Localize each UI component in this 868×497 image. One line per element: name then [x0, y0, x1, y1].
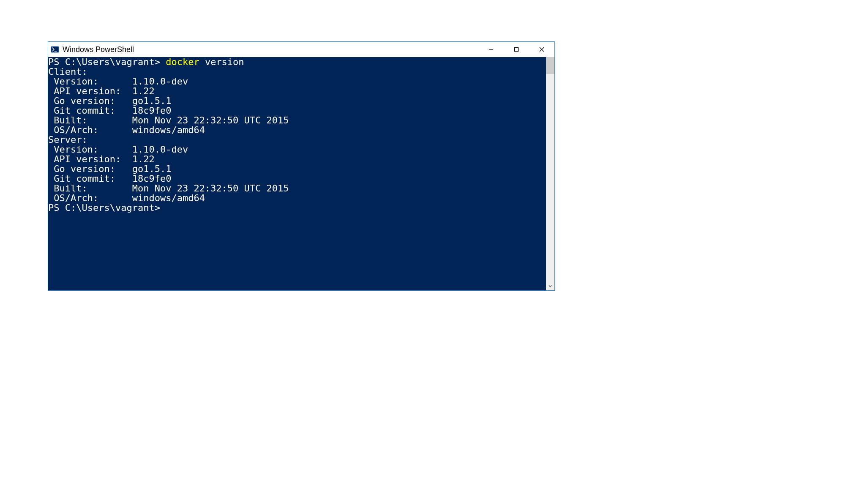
command-rest: version — [199, 57, 244, 67]
powershell-window: Windows PowerShell PS C:\Users\vagrant> … — [48, 41, 555, 291]
output-label: API version: — [48, 154, 132, 164]
minimize-button[interactable] — [478, 42, 504, 57]
command-highlight: docker — [166, 57, 199, 67]
maximize-button[interactable] — [504, 42, 529, 57]
output-label: Version: — [48, 144, 132, 155]
window-title: Windows PowerShell — [63, 45, 478, 54]
prompt-line: PS C:\Users\vagrant> — [48, 203, 546, 213]
output-value: 1.22 — [132, 154, 155, 164]
terminal-output[interactable]: PS C:\Users\vagrant> docker versionClien… — [48, 57, 546, 290]
output-value: go1.5.1 — [132, 96, 172, 106]
output-value: windows/amd64 — [132, 193, 205, 203]
output-value: go1.5.1 — [132, 164, 172, 174]
scroll-down-arrow-icon[interactable] — [546, 282, 554, 290]
output-label: Go version: — [48, 164, 132, 174]
output-label: Go version: — [48, 96, 132, 106]
svg-rect-3 — [515, 48, 519, 52]
vertical-scrollbar[interactable] — [546, 57, 554, 290]
titlebar[interactable]: Windows PowerShell — [48, 42, 554, 57]
window-controls — [478, 42, 554, 57]
output-line: Client: — [48, 67, 546, 76]
output-label: Git commit: — [48, 173, 132, 184]
scroll-thumb[interactable] — [546, 57, 554, 74]
powershell-icon — [51, 45, 59, 54]
output-label: Version: — [48, 76, 132, 87]
output-label: OS/Arch: — [48, 193, 132, 203]
output-label: Built: — [48, 183, 132, 194]
output-value: 18c9fe0 — [132, 173, 172, 184]
svg-rect-0 — [51, 46, 59, 52]
output-value: windows/amd64 — [132, 125, 205, 135]
output-line: Server: — [48, 135, 546, 145]
output-value: 1.22 — [132, 86, 155, 96]
close-button[interactable] — [529, 42, 554, 57]
output-label: API version: — [48, 86, 132, 96]
output-value: 1.10.0-dev — [132, 144, 188, 155]
output-label: OS/Arch: — [48, 125, 132, 135]
prompt-prefix: PS C:\Users\vagrant> — [48, 57, 166, 67]
output-value: 1.10.0-dev — [132, 76, 188, 87]
output-label: Built: — [48, 115, 132, 126]
output-label: Git commit: — [48, 105, 132, 116]
output-value: Mon Nov 23 22:32:50 UTC 2015 — [132, 183, 289, 194]
client-area: PS C:\Users\vagrant> docker versionClien… — [48, 57, 554, 290]
output-value: Mon Nov 23 22:32:50 UTC 2015 — [132, 115, 289, 126]
output-value: 18c9fe0 — [132, 105, 172, 116]
